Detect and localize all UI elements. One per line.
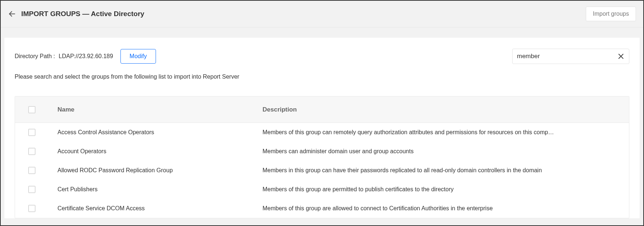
header-bar: IMPORT GROUPS — Active Directory Import … bbox=[1, 1, 643, 27]
spacer bbox=[1, 27, 643, 38]
column-header-description[interactable]: Description bbox=[263, 106, 616, 113]
row-checkbox-cell bbox=[28, 186, 57, 193]
row-checkbox[interactable] bbox=[28, 148, 36, 155]
header-checkbox-cell bbox=[28, 106, 57, 113]
row-name: Certificate Service DCOM Access bbox=[57, 205, 263, 212]
select-all-checkbox[interactable] bbox=[28, 106, 36, 113]
row-checkbox[interactable] bbox=[28, 205, 36, 212]
table-row: Certificate Service DCOM Access Members … bbox=[15, 199, 629, 218]
row-checkbox-cell bbox=[28, 167, 57, 174]
page-title: IMPORT GROUPS — Active Directory bbox=[21, 10, 144, 18]
row-description: Members in this group can have their pas… bbox=[263, 167, 616, 174]
table-row: Account Operators Members can administer… bbox=[15, 142, 629, 161]
import-groups-button[interactable]: Import groups bbox=[586, 7, 636, 21]
row-description: Members of this group can remotely query… bbox=[263, 129, 616, 136]
path-left: Directory Path : LDAP://23.92.60.189 Mod… bbox=[15, 49, 156, 64]
instruction-text: Please search and select the groups from… bbox=[15, 74, 629, 80]
row-name: Account Operators bbox=[57, 148, 263, 155]
row-checkbox[interactable] bbox=[28, 129, 36, 136]
header-left: IMPORT GROUPS — Active Directory bbox=[8, 10, 144, 18]
row-description: Members of this group are permitted to p… bbox=[263, 186, 616, 193]
row-name: Cert Publishers bbox=[57, 186, 263, 193]
main-panel: Directory Path : LDAP://23.92.60.189 Mod… bbox=[4, 38, 640, 218]
table-row: Access Control Assistance Operators Memb… bbox=[15, 123, 629, 142]
row-checkbox-cell bbox=[28, 205, 57, 212]
table-row: Allowed RODC Password Replication Group … bbox=[15, 161, 629, 180]
modify-button[interactable]: Modify bbox=[120, 49, 156, 64]
back-arrow-icon[interactable] bbox=[8, 10, 16, 18]
row-checkbox[interactable] bbox=[28, 167, 36, 174]
row-name: Allowed RODC Password Replication Group bbox=[57, 167, 263, 174]
column-header-name[interactable]: Name bbox=[57, 106, 263, 113]
table-row: Cert Publishers Members of this group ar… bbox=[15, 180, 629, 199]
search-input[interactable] bbox=[517, 53, 617, 60]
row-name: Access Control Assistance Operators bbox=[57, 129, 263, 136]
row-description: Members can administer domain user and g… bbox=[263, 148, 616, 155]
row-checkbox-cell bbox=[28, 148, 57, 155]
table-header: Name Description bbox=[15, 97, 629, 123]
groups-table: Name Description Access Control Assistan… bbox=[15, 96, 629, 218]
row-checkbox[interactable] bbox=[28, 186, 36, 193]
row-checkbox-cell bbox=[28, 129, 57, 136]
clear-search-icon[interactable] bbox=[617, 53, 625, 60]
directory-path-row: Directory Path : LDAP://23.92.60.189 Mod… bbox=[15, 49, 629, 64]
row-description: Members of this group are allowed to con… bbox=[263, 205, 616, 212]
search-box bbox=[512, 49, 629, 64]
directory-path-value: LDAP://23.92.60.189 bbox=[59, 53, 113, 60]
directory-path-label: Directory Path : bbox=[15, 53, 55, 60]
